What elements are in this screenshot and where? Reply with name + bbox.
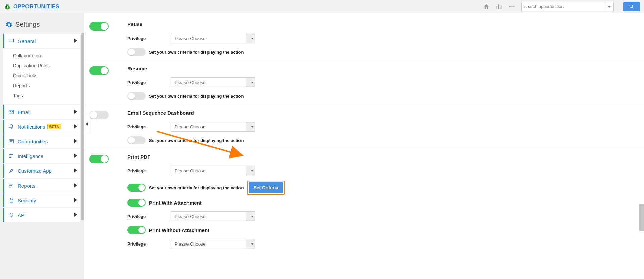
nav-label: Reports (18, 183, 36, 189)
svg-point-4 (630, 5, 633, 7)
sub-duplication-rules[interactable]: Duplication Rules (4, 61, 80, 71)
nav-label: Customize App (18, 168, 52, 174)
select-value: Please Choose (171, 124, 206, 129)
search-button[interactable] (623, 2, 640, 11)
criteria-label: Set your own criteria for displaying the… (149, 50, 244, 55)
toggle-resume[interactable] (89, 66, 109, 75)
home-icon[interactable] (483, 3, 490, 10)
sidebar-scrollbar[interactable] (81, 33, 84, 220)
chevron-right-icon (74, 38, 77, 44)
set-criteria-button[interactable]: Set Criteria (249, 182, 283, 193)
privilege-select[interactable]: Please Choose (171, 166, 255, 176)
select-value: Please Choose (171, 214, 206, 219)
privilege-select[interactable]: Please Choose (171, 122, 255, 132)
privilege-label: Privilege (127, 168, 171, 173)
nav-label: Notifications (18, 124, 45, 130)
more-icon[interactable] (508, 3, 515, 10)
lock-icon (8, 197, 14, 203)
nav-security[interactable]: Security (3, 193, 80, 207)
annotation-highlight: Set Criteria (247, 181, 285, 195)
plug-icon (8, 212, 14, 218)
chevron-right-icon (74, 124, 77, 129)
svg-point-2 (511, 6, 512, 7)
nav-general[interactable]: General (3, 34, 80, 48)
toggle-criteria-printpdf[interactable] (127, 184, 146, 192)
criteria-label: Set your own criteria for displaying the… (149, 185, 244, 190)
sub-collaboration[interactable]: Collaboration (4, 51, 80, 61)
criteria-label: Set your own criteria for displaying the… (149, 94, 244, 99)
svg-rect-9 (9, 140, 14, 143)
chevron-down-icon (246, 33, 255, 43)
search-dropdown[interactable] (605, 2, 614, 11)
nav-intelligence[interactable]: Intelligence (3, 149, 80, 163)
toggle-with-attachment[interactable] (127, 199, 146, 207)
svg-point-1 (509, 6, 511, 7)
nav-customize-app[interactable]: Customize App (3, 164, 80, 178)
action-row-dashboard: Email Sequence Dashboard Privilege Pleas… (84, 105, 644, 149)
subsection-title: Print Without Attachment (149, 227, 209, 233)
sub-tags[interactable]: Tags (4, 91, 80, 101)
sidebar-collapse-button[interactable] (84, 114, 90, 134)
toggle-criteria-pause[interactable] (127, 48, 146, 56)
nav-reports[interactable]: Reports (3, 179, 80, 193)
criteria-label: Set your own criteria for displaying the… (149, 138, 244, 143)
privilege-select[interactable]: Please Choose (171, 239, 255, 249)
chevron-right-icon (74, 212, 77, 218)
nav-list: General Collaboration Duplication Rules … (3, 34, 80, 222)
privilege-select[interactable]: Please Choose (171, 33, 255, 43)
topbar-actions (483, 2, 640, 11)
toggle-criteria-resume[interactable] (127, 92, 146, 100)
sub-reports[interactable]: Reports (4, 81, 80, 91)
lines-icon (8, 153, 14, 159)
search-input[interactable] (521, 2, 605, 11)
row-title: Resume (127, 66, 644, 71)
nav-label: Intelligence (18, 153, 43, 159)
action-row-printpdf: Print PDF Privilege Please Choose Set yo… (84, 149, 644, 258)
card-icon (8, 138, 14, 144)
chart-icon[interactable] (496, 3, 502, 10)
select-value: Please Choose (171, 241, 206, 247)
svg-rect-8 (9, 110, 14, 114)
svg-rect-6 (9, 39, 14, 42)
nav-email[interactable]: Email (3, 105, 80, 119)
svg-point-3 (513, 6, 514, 7)
search-wrapper (521, 2, 614, 11)
toggle-pause[interactable] (89, 22, 109, 31)
toggle-without-attachment[interactable] (127, 226, 146, 234)
nav-general-sub: Collaboration Duplication Rules Quick Li… (3, 49, 80, 104)
nav-label: Opportunities (18, 139, 48, 144)
row-title: Email Sequence Dashboard (127, 110, 644, 116)
gear-icon (5, 21, 13, 28)
nav-api[interactable]: API (3, 208, 80, 222)
chevron-right-icon (74, 139, 77, 144)
toggle-criteria-dashboard[interactable] (127, 136, 146, 144)
monitor-icon (8, 38, 14, 44)
chevron-down-icon (246, 239, 255, 249)
select-value: Please Choose (171, 168, 206, 173)
select-value: Please Choose (171, 80, 206, 85)
main-scrollbar[interactable] (639, 204, 644, 231)
toggle-dashboard[interactable] (89, 111, 109, 119)
beta-badge: BETA (47, 124, 61, 129)
privilege-select[interactable]: Please Choose (171, 77, 255, 87)
privilege-label: Privilege (127, 124, 171, 129)
sub-quick-links[interactable]: Quick Links (4, 71, 80, 81)
settings-sidebar: Settings General Collaboration Duplicati… (0, 13, 84, 279)
toggle-printpdf[interactable] (89, 155, 109, 163)
settings-header: Settings (3, 19, 80, 34)
svg-text:$: $ (7, 6, 8, 9)
lines-icon (8, 183, 14, 189)
nav-label: Email (18, 109, 31, 115)
mail-icon (8, 109, 14, 115)
brand: $ OPPORTUNITIES (4, 3, 59, 10)
chevron-right-icon (74, 168, 77, 173)
nav-notifications[interactable]: Notifications BETA (3, 120, 80, 134)
privilege-label: Privilege (127, 214, 171, 219)
subsection-with-attachment: Print With Attachment Privilege Please C… (127, 199, 644, 221)
privilege-label: Privilege (127, 36, 171, 41)
settings-title: Settings (15, 21, 40, 28)
select-value: Please Choose (171, 36, 206, 41)
nav-opportunities[interactable]: Opportunities (3, 134, 80, 148)
tools-icon (8, 168, 14, 174)
privilege-select[interactable]: Please Choose (171, 211, 255, 221)
